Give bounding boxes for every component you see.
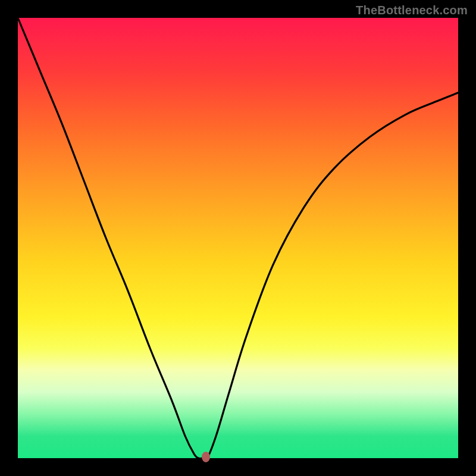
chart-frame: TheBottleneck.com — [0, 0, 476, 476]
watermark-text: TheBottleneck.com — [356, 4, 468, 17]
bottleneck-curve — [18, 18, 458, 458]
plot-area — [18, 18, 458, 458]
optimum-marker — [202, 452, 210, 462]
curve-path — [18, 18, 458, 460]
